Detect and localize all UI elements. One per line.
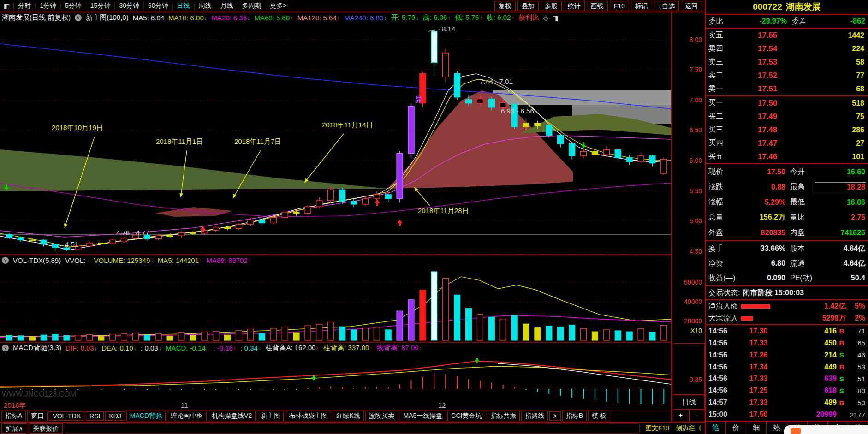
indicator-tab-bar: 指标A窗口VOL-TDXRSIKDJMACD背驰缠论画中枢机构操盘线V2新主图布… xyxy=(0,410,671,422)
graphic-f10-button[interactable]: 图文F10 xyxy=(642,424,672,433)
indicator-tab-0[interactable]: 指标A xyxy=(1,411,26,421)
bid-row[interactable]: 买一17.50518 xyxy=(706,96,868,110)
weibi-row: 委比 -29.97% 委差 -862 xyxy=(706,15,868,29)
header-value: : 0.03↓ xyxy=(141,344,161,352)
period-tab-4[interactable]: 30分钟 xyxy=(115,2,144,10)
indicator-tab-17[interactable]: 指标B xyxy=(562,411,587,421)
period-tab-9[interactable]: 多周期 xyxy=(238,2,266,10)
indicator-tab-13[interactable]: CCI黄金坑 xyxy=(447,411,485,421)
header-text: MACD背驰(3,3) xyxy=(13,344,61,352)
zoom-out-button[interactable]: - xyxy=(689,410,704,421)
action-button-2[interactable]: 多股 xyxy=(541,1,562,11)
x-axis-label: 2018年 xyxy=(4,401,26,409)
action-button-8[interactable]: 返回 xyxy=(681,1,702,11)
trade-status-row: 交易状态: 闭市阶段 15:00:03 xyxy=(706,285,868,300)
header-value: 收: 6.02↑ xyxy=(487,13,514,22)
period-tab-7[interactable]: 周线 xyxy=(195,2,216,10)
action-button-6[interactable]: 标记 xyxy=(631,1,652,11)
tick-price: 17.26 xyxy=(732,351,785,359)
indicator-tab-6[interactable]: 缠论画中枢 xyxy=(167,411,207,421)
action-button-7[interactable]: +自选 xyxy=(654,1,679,11)
info-label: 内盘 xyxy=(785,228,816,238)
indicator-tab-15[interactable]: 指路线 xyxy=(521,411,548,421)
bid-row[interactable]: 买三17.48286 xyxy=(706,123,868,137)
header-value: MA120: 5.64↑ xyxy=(297,14,340,22)
period-tab-5[interactable]: 60分钟 xyxy=(144,2,173,10)
line-DIF xyxy=(0,361,671,386)
collapse-indicator-icon[interactable]: ∨ xyxy=(75,14,82,21)
indicator-tab-8[interactable]: 新主图 xyxy=(257,411,284,421)
info-value: 156.2万 xyxy=(736,213,785,222)
period-indicator-box[interactable]: 日线 xyxy=(673,395,705,410)
info-label: 量比 xyxy=(785,213,816,222)
period-tab-8[interactable]: 月线 xyxy=(216,2,238,10)
ask-row[interactable]: 卖四17.54224 xyxy=(706,42,868,55)
indicator-tab-9[interactable]: 布林钱袋主图 xyxy=(285,411,331,421)
info-label: 涨跌 xyxy=(708,182,736,192)
ask-row[interactable]: 卖一17.5168 xyxy=(706,82,868,95)
indicator-tab-16[interactable]: > xyxy=(549,411,560,421)
ask-row[interactable]: 卖二17.5277 xyxy=(706,69,868,82)
period-tab-3[interactable]: 15分钟 xyxy=(86,2,115,10)
indicator-tab-1[interactable]: 窗口 xyxy=(27,411,48,421)
tick-tab-2[interactable]: 细 xyxy=(746,422,766,434)
info-value: 17.50 xyxy=(736,168,785,176)
action-button-1[interactable]: 叠加 xyxy=(517,1,539,11)
period-tab-6[interactable]: 日线 xyxy=(173,2,195,10)
info-value: 6.80 xyxy=(736,259,785,268)
tick-tab-0[interactable]: 笔 xyxy=(706,422,725,434)
trend-arrow-icon: ↓ xyxy=(247,14,250,21)
period-tab-0[interactable]: 分时 xyxy=(14,2,36,10)
action-button-5[interactable]: F10 xyxy=(610,1,629,11)
expand-button[interactable]: 扩展∧ xyxy=(1,423,27,434)
tick-volume: 449 xyxy=(785,363,837,371)
indicator-tab-12[interactable]: MA5一线操盘 xyxy=(400,411,446,421)
bid-row[interactable]: 买四17.4727 xyxy=(706,137,868,150)
collapse-macd-icon[interactable]: ∨ xyxy=(2,345,9,351)
indicator-tab-11[interactable]: 波段买卖 xyxy=(365,411,398,421)
zoom-in-button[interactable]: + xyxy=(673,410,688,421)
money-flow: 净流入额1.42亿5%大宗流入5299万2% xyxy=(706,300,868,324)
header-value: DIF: 0.03↓ xyxy=(65,344,97,352)
trend-arrow-icon: ↓ xyxy=(134,345,137,351)
action-button-3[interactable]: 统计 xyxy=(564,1,585,11)
popup-notification[interactable] xyxy=(784,425,868,434)
tick-tab-3[interactable]: 热 xyxy=(766,422,786,434)
period-tab-10[interactable]: 更多> xyxy=(266,2,291,10)
indicator-tab-10[interactable]: 红绿K线 xyxy=(333,411,363,421)
indicator-tab-18[interactable]: 模 板 xyxy=(588,411,610,421)
bid-row[interactable]: 买五17.46101 xyxy=(706,150,868,163)
macd-axis-box: 0.35 xyxy=(673,343,705,395)
indicator-tab-14[interactable]: 指标共振 xyxy=(487,411,520,421)
period-tab-1[interactable]: 1分钟 xyxy=(36,2,61,10)
tick-count: 71 xyxy=(847,327,865,335)
collapse-vol-icon[interactable]: ∨ xyxy=(2,257,9,264)
weicha-label: 委差 xyxy=(787,17,811,26)
indicator-tab-7[interactable]: 机构操盘线V2 xyxy=(208,411,256,421)
line-REF xyxy=(498,363,671,384)
tick-tab-1[interactable]: 价 xyxy=(725,422,746,434)
action-button-4[interactable]: 画线 xyxy=(587,1,608,11)
level-volume: 518 xyxy=(800,99,864,107)
indicator-tab-4[interactable]: KDJ xyxy=(105,411,125,421)
indicator-tab-2[interactable]: VOL-TDX xyxy=(49,411,84,421)
header-text: 新主图(100,0) xyxy=(86,13,129,22)
ask-row[interactable]: 卖五17.551442 xyxy=(706,29,868,42)
header-value: 柱背离A: 162.00↑ xyxy=(265,344,319,352)
sidebar-toggle-button[interactable]: 侧边栏《 xyxy=(672,424,705,433)
period-tabs: 分时1分钟5分钟15分钟30分钟60分钟日线周线月线多周期更多> xyxy=(14,2,291,10)
bid-row[interactable]: 买二17.4975 xyxy=(706,110,868,123)
indicator-tab-5[interactable]: MACD背驰 xyxy=(126,411,166,421)
action-button-0[interactable]: 复权 xyxy=(494,1,516,11)
linked-quote-button[interactable]: 关联报价 xyxy=(29,423,63,434)
trend-arrow-icon: ↑ xyxy=(233,345,237,351)
ask-row[interactable]: 卖三17.5358 xyxy=(706,55,868,69)
level-price: 17.55 xyxy=(735,31,800,40)
header-text: DEA: 0.10 xyxy=(101,344,133,352)
window-split-icon[interactable]: ◧ xyxy=(0,2,14,10)
panel-toggle-icon[interactable]: ◨ xyxy=(553,14,559,22)
indicator-tab-3[interactable]: RSI xyxy=(86,411,104,421)
level-volume: 58 xyxy=(800,58,864,66)
period-tab-2[interactable]: 5分钟 xyxy=(61,2,86,10)
diamond-icon[interactable]: ◇ xyxy=(543,14,548,22)
